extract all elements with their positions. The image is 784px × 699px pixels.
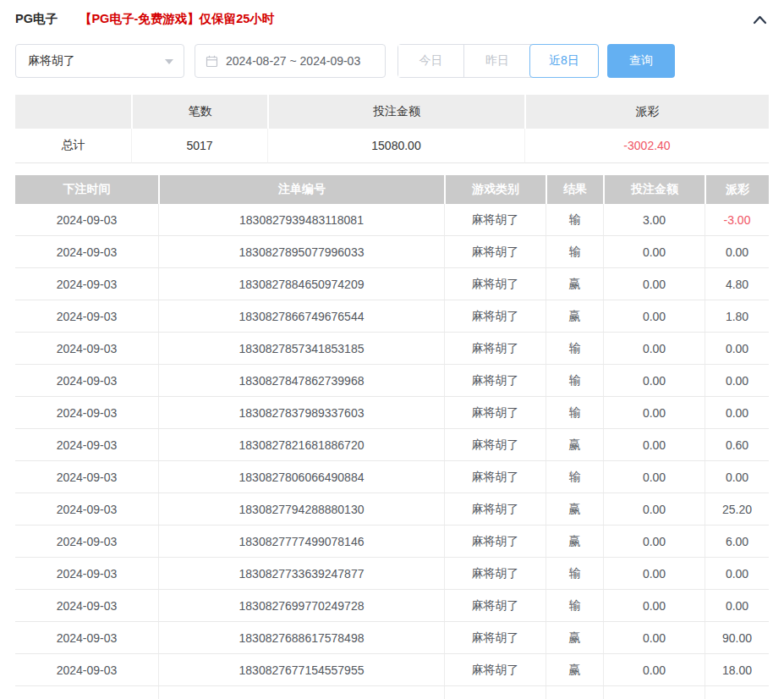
table-cell: 4.80 (705, 268, 769, 300)
table-cell: 1830827866749676544 (158, 300, 444, 333)
table-cell: 0.00 (603, 558, 705, 590)
table-cell: 0.00 (705, 236, 769, 268)
table-cell: 赢 (546, 429, 603, 461)
summary-value-cell: 5017 (131, 129, 267, 163)
table-cell: 0.00 (603, 622, 705, 654)
table-header-cell: 结果 (546, 175, 603, 204)
table-cell: 2024-09-03 (15, 268, 158, 300)
table-cell: 3.00 (603, 204, 705, 236)
table-cell: 1.80 (705, 300, 769, 333)
table-row: 2024-09-031830827688617578498麻将胡了赢0.0090… (15, 622, 769, 654)
summary-header-cell (15, 95, 131, 129)
table-cell: 麻将胡了 (444, 236, 546, 268)
game-select-value: 麻将胡了 (28, 53, 75, 69)
table-cell: 1830827699770249728 (158, 590, 444, 622)
table-cell: 赢 (546, 300, 603, 333)
table-row: 2024-09-031830827837989337603麻将胡了输0.000.… (15, 397, 769, 429)
table-cell (15, 686, 158, 699)
table-cell: 麻将胡了 (444, 333, 546, 365)
chevron-up-icon (752, 14, 768, 25)
table-cell: 0.00 (603, 429, 705, 461)
table-row: 2024-09-031830827857341853185麻将胡了输0.000.… (15, 333, 769, 365)
table-header-cell: 派彩 (705, 175, 769, 204)
summary-header-cell: 投注金额 (267, 95, 524, 129)
summary-header-cell: 笔数 (131, 95, 267, 129)
table-body: 2024-09-031830827939483118081麻将胡了输3.00-3… (15, 204, 769, 699)
table-cell (603, 686, 705, 699)
table-cell: 赢 (546, 654, 603, 686)
table-cell: 赢 (546, 622, 603, 654)
table-cell: 0.00 (603, 268, 705, 300)
table-cell: 麻将胡了 (444, 300, 546, 333)
table-row: 2024-09-031830827794288880130麻将胡了赢0.0025… (15, 493, 769, 526)
table-cell: 0.00 (603, 461, 705, 493)
filter-bar: 麻将胡了 2024-08-27 ~ 2024-09-03 今日 昨日 近8日 查… (15, 44, 769, 78)
table-cell: 2024-09-03 (15, 558, 158, 590)
table-cell: 18.00 (705, 654, 769, 686)
table-row: 2024-09-031830827821681886720麻将胡了赢0.000.… (15, 429, 769, 461)
table-row: 2024-09-031830827939483118081麻将胡了输3.00-3… (15, 204, 769, 236)
table-cell: 赢 (546, 493, 603, 526)
table-cell: 赢 (546, 526, 603, 558)
game-select[interactable]: 麻将胡了 (15, 44, 184, 78)
summary-header-row: 笔数投注金额派彩 (15, 95, 769, 129)
table-row: 2024-09-031830827806066490884麻将胡了输0.000.… (15, 461, 769, 493)
table-cell: 输 (546, 236, 603, 268)
query-button[interactable]: 查询 (607, 44, 675, 78)
calendar-icon (206, 55, 218, 68)
date-range-input[interactable]: 2024-08-27 ~ 2024-09-03 (195, 44, 386, 78)
summary-total-row: 总计501715080.00-3002.40 (15, 129, 769, 163)
quick-range-today-button[interactable]: 今日 (398, 45, 464, 77)
table-row: 2024-09-031830827895077996033麻将胡了输0.000.… (15, 236, 769, 268)
table-cell: 麻将胡了 (444, 622, 546, 654)
table-cell: 0.00 (705, 590, 769, 622)
table-cell: 0.00 (705, 333, 769, 365)
table-row: 2024-09-031830827699770249728麻将胡了输0.000.… (15, 590, 769, 622)
betting-records-panel: PG电子 【PG电子-免费游戏】仅保留25小时 麻将胡了 2024-08-27 … (0, 0, 784, 699)
table-cell (546, 686, 603, 699)
table-header-cell: 游戏类别 (444, 175, 546, 204)
table-cell: 麻将胡了 (444, 365, 546, 397)
notice-text: 【PG电子-免费游戏】仅保留25小时 (79, 11, 274, 27)
table-cell: 2024-09-03 (15, 622, 158, 654)
table-cell: 赢 (546, 268, 603, 300)
table-cell: 0.00 (603, 526, 705, 558)
table-cell: 2024-09-03 (15, 461, 158, 493)
table-row: 2024-09-031830827866749676544麻将胡了赢0.001.… (15, 300, 769, 333)
summary-header-cell: 派彩 (524, 95, 769, 129)
table-cell: 1830827794288880130 (158, 493, 444, 526)
table-cell: 麻将胡了 (444, 526, 546, 558)
table-cell: 2024-09-03 (15, 429, 158, 461)
table-cell: 1830827857341853185 (158, 333, 444, 365)
table-cell (705, 686, 769, 699)
date-range-value: 2024-08-27 ~ 2024-09-03 (226, 54, 360, 68)
table-cell: 1830827777499078146 (158, 526, 444, 558)
table-cell: 0.00 (603, 300, 705, 333)
table-header-cell: 注单编号 (158, 175, 444, 204)
table-cell: 输 (546, 204, 603, 236)
table-cell: 0.00 (603, 333, 705, 365)
table-cell: 2024-09-03 (15, 300, 158, 333)
table-cell: 2024-09-03 (15, 397, 158, 429)
table-cell: 0.00 (603, 590, 705, 622)
table-cell (158, 686, 444, 699)
table-cell: 2024-09-03 (15, 236, 158, 268)
table-cell: 1830827806066490884 (158, 461, 444, 493)
table-row: 2024-09-031830827884650974209麻将胡了赢0.004.… (15, 268, 769, 300)
table-cell: 0.00 (603, 365, 705, 397)
records-table: 下注时间注单编号游戏类别结果投注金额派彩 2024-09-03183082793… (15, 175, 769, 699)
summary-value-cell: 总计 (15, 129, 131, 163)
quick-range-8days-button[interactable]: 近8日 (529, 44, 599, 78)
table-cell: 1830827895077996033 (158, 236, 444, 268)
table-cell: 麻将胡了 (444, 493, 546, 526)
summary-value-cell: -3002.40 (524, 129, 769, 163)
table-cell (444, 686, 546, 699)
table-cell: 输 (546, 558, 603, 590)
quick-range-yesterday-button[interactable]: 昨日 (464, 45, 530, 77)
table-cell: -3.00 (705, 204, 769, 236)
table-cell: 麻将胡了 (444, 268, 546, 300)
collapse-panel-button[interactable] (749, 10, 770, 29)
caret-down-icon (165, 59, 173, 69)
table-cell: 输 (546, 397, 603, 429)
table-cell: 6.00 (705, 526, 769, 558)
